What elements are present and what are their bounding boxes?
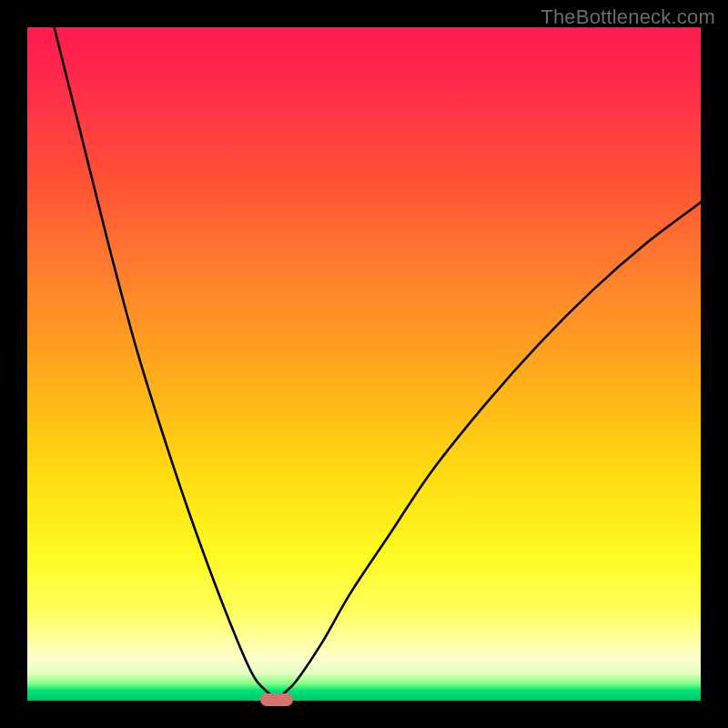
- watermark-text: TheBottleneck.com: [541, 5, 715, 29]
- chart-frame: TheBottleneck.com: [0, 0, 728, 728]
- plot-area: [27, 27, 701, 701]
- optimal-marker: [260, 693, 293, 706]
- bottleneck-curve: [27, 27, 701, 701]
